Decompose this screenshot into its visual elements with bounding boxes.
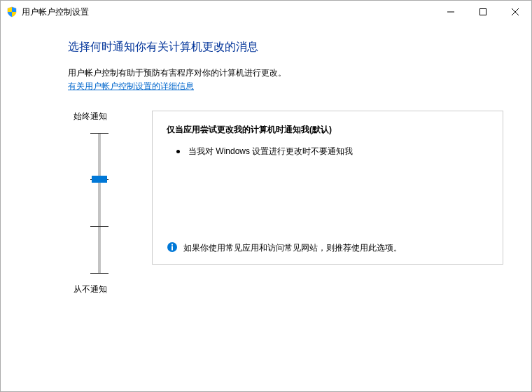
close-button[interactable] xyxy=(499,1,531,23)
content-area: 选择何时通知你有关计算机更改的消息 用户帐户控制有助于预防有害程序对你的计算机进… xyxy=(1,23,531,295)
slider-column: 始终通知 从不通知 xyxy=(68,111,131,295)
level-bullet-row: 当我对 Windows 设置进行更改时不要通知我 xyxy=(176,146,489,158)
recommendation-row: 如果你使用常见应用和访问常见网站，则推荐使用此选项。 xyxy=(167,241,489,254)
uac-slider[interactable] xyxy=(82,130,117,276)
bullet-icon xyxy=(176,150,180,153)
window-title: 用户帐户控制设置 xyxy=(22,6,89,18)
info-icon xyxy=(167,241,178,253)
slider-thumb[interactable] xyxy=(92,176,107,183)
level-title: 仅当应用尝试更改我的计算机时通知我(默认) xyxy=(167,124,489,136)
shield-icon xyxy=(6,6,18,18)
slider-tick xyxy=(90,273,108,274)
window-controls xyxy=(435,1,531,23)
slider-top-label: 始终通知 xyxy=(68,111,107,122)
svg-rect-6 xyxy=(172,244,173,246)
slider-area: 始终通知 从不通知 仅当应用尝试更改我的计算机时通知我(默认) 当我对 Wind… xyxy=(68,111,503,295)
titlebar: 用户帐户控制设置 xyxy=(1,1,531,23)
minimize-button[interactable] xyxy=(435,1,467,23)
level-bullet-text: 当我对 Windows 设置进行更改时不要通知我 xyxy=(188,146,353,158)
slider-tick xyxy=(90,133,108,134)
slider-rail xyxy=(99,133,101,273)
slider-bottom-label: 从不通知 xyxy=(68,284,107,295)
help-link[interactable]: 有关用户帐户控制设置的详细信息 xyxy=(68,81,194,91)
info-panel: 仅当应用尝试更改我的计算机时通知我(默认) 当我对 Windows 设置进行更改… xyxy=(152,111,503,265)
svg-rect-5 xyxy=(172,246,173,251)
svg-rect-1 xyxy=(480,9,486,15)
slider-tick xyxy=(90,226,108,227)
page-description: 用户帐户控制有助于预防有害程序对你的计算机进行更改。 xyxy=(68,67,503,79)
recommendation-text: 如果你使用常见应用和访问常见网站，则推荐使用此选项。 xyxy=(183,241,402,254)
page-heading: 选择何时通知你有关计算机更改的消息 xyxy=(68,40,503,55)
maximize-button[interactable] xyxy=(467,1,499,23)
